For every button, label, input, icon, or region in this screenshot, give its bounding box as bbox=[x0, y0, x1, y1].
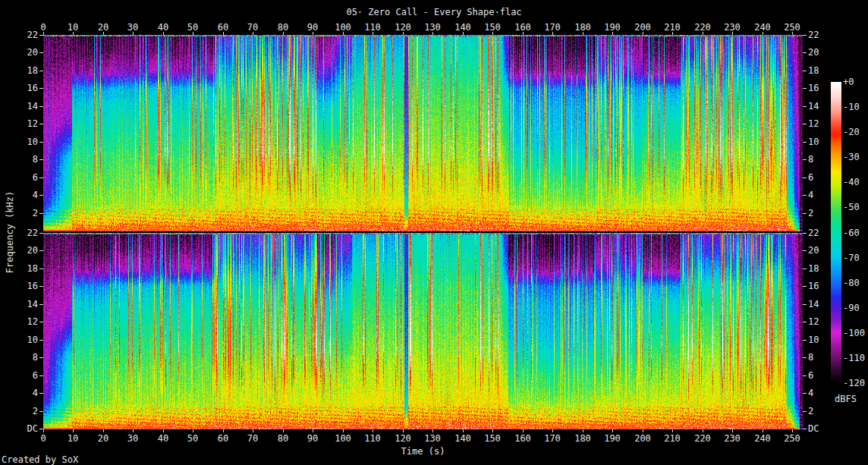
y-tick-mark bbox=[39, 411, 43, 412]
x-tick-mark bbox=[343, 32, 344, 35]
x-tick-label: 120 bbox=[388, 433, 418, 444]
x-tick-label: 40 bbox=[148, 433, 178, 444]
y-tick-label: 12 bbox=[0, 316, 38, 327]
x-tick-label: 130 bbox=[417, 433, 448, 444]
x-tick-label: 50 bbox=[178, 433, 208, 444]
y-tick-label: 22 bbox=[808, 228, 819, 238]
y-tick-label: 12 bbox=[808, 316, 819, 327]
x-tick-label: 30 bbox=[118, 22, 148, 33]
x-tick-label: 180 bbox=[568, 22, 598, 33]
y-tick-label: 18 bbox=[808, 263, 819, 274]
x-tick-mark bbox=[43, 429, 44, 432]
y-tick-mark bbox=[39, 88, 43, 89]
x-tick-mark bbox=[313, 429, 313, 432]
colorbar-tick-label: -100 bbox=[843, 328, 865, 338]
y-tick-mark bbox=[803, 233, 807, 234]
colorbar-tick-label: +0 bbox=[843, 77, 854, 87]
colorbar-tick-label: -50 bbox=[843, 202, 860, 212]
y-tick-label: 14 bbox=[808, 299, 819, 309]
x-tick-label: 160 bbox=[508, 433, 538, 444]
x-tick-mark bbox=[103, 429, 104, 432]
x-tick-mark bbox=[403, 32, 404, 35]
x-tick-mark bbox=[43, 32, 44, 35]
x-tick-label: 90 bbox=[297, 433, 328, 444]
x-tick-label: 190 bbox=[597, 433, 627, 444]
y-tick-label: DC bbox=[808, 423, 819, 434]
x-tick-mark bbox=[792, 429, 793, 432]
x-tick-mark bbox=[432, 32, 433, 35]
x-tick-mark bbox=[463, 32, 464, 35]
y-tick-mark bbox=[803, 124, 807, 124]
y-tick-label: 20 bbox=[0, 245, 38, 256]
y-tick-label: 4 bbox=[0, 190, 38, 200]
x-tick-label: 70 bbox=[237, 433, 268, 444]
y-tick-mark bbox=[39, 250, 43, 251]
x-tick-mark bbox=[672, 429, 673, 432]
y-tick-mark bbox=[803, 250, 807, 251]
y-tick-label: 16 bbox=[0, 281, 38, 291]
y-tick-label: 10 bbox=[0, 335, 38, 345]
x-tick-label: 10 bbox=[58, 22, 88, 33]
y-tick-mark bbox=[39, 357, 43, 358]
y-tick-mark bbox=[803, 340, 807, 341]
y-tick-label: 22 bbox=[0, 228, 38, 238]
x-tick-label: 230 bbox=[717, 433, 747, 444]
sox-spectrogram-window: 05· Zero Call - Every Shape·flac Frequen… bbox=[0, 0, 868, 465]
y-tick-label: 14 bbox=[0, 101, 38, 112]
colorbar-tick-label: -70 bbox=[843, 253, 860, 263]
x-tick-label: 100 bbox=[328, 22, 358, 33]
x-tick-mark bbox=[373, 32, 373, 35]
x-tick-mark bbox=[103, 32, 104, 35]
spectrogram-panel-left-channel bbox=[43, 35, 803, 231]
x-tick-mark bbox=[643, 32, 643, 35]
x-tick-mark bbox=[523, 32, 524, 35]
y-tick-mark bbox=[39, 375, 43, 376]
y-tick-mark bbox=[803, 142, 807, 143]
x-tick-mark bbox=[223, 32, 224, 35]
x-tick-mark bbox=[732, 429, 733, 432]
y-tick-mark bbox=[39, 233, 43, 234]
x-tick-label: 210 bbox=[657, 433, 687, 444]
x-tick-label: 30 bbox=[118, 433, 148, 444]
x-tick-mark bbox=[73, 429, 74, 432]
x-tick-mark bbox=[732, 32, 733, 35]
x-tick-mark bbox=[763, 429, 763, 432]
y-tick-mark bbox=[803, 195, 807, 196]
x-tick-mark bbox=[283, 429, 284, 432]
y-tick-mark bbox=[803, 159, 807, 160]
x-tick-label: 100 bbox=[328, 433, 358, 444]
x-tick-label: 110 bbox=[357, 22, 388, 33]
x-tick-label: 70 bbox=[237, 22, 268, 33]
y-tick-label: 2 bbox=[808, 208, 813, 218]
x-tick-mark bbox=[343, 429, 344, 432]
x-tick-mark bbox=[313, 32, 313, 35]
y-tick-mark bbox=[803, 393, 807, 394]
colorbar-tick-label: -30 bbox=[843, 152, 860, 162]
y-tick-mark bbox=[803, 71, 807, 71]
y-tick-mark bbox=[803, 322, 807, 322]
y-tick-mark bbox=[803, 178, 807, 178]
x-tick-label: 170 bbox=[537, 22, 568, 33]
colorbar-tick-label: -80 bbox=[843, 278, 860, 288]
y-tick-label: DC bbox=[0, 423, 38, 434]
y-tick-label: 14 bbox=[808, 101, 819, 112]
x-tick-mark bbox=[492, 429, 493, 432]
y-tick-label: 8 bbox=[0, 352, 38, 363]
y-tick-mark bbox=[39, 213, 43, 214]
y-tick-label: 6 bbox=[808, 370, 813, 381]
x-tick-mark bbox=[703, 429, 703, 432]
y-tick-label: 12 bbox=[0, 118, 38, 129]
x-tick-label: 80 bbox=[268, 433, 298, 444]
x-tick-mark bbox=[193, 32, 193, 35]
y-tick-mark bbox=[39, 429, 43, 429]
y-tick-mark bbox=[39, 269, 43, 269]
y-tick-label: 12 bbox=[808, 118, 819, 129]
x-tick-label: 20 bbox=[88, 433, 118, 444]
x-tick-mark bbox=[223, 429, 224, 432]
x-tick-label: 20 bbox=[88, 22, 118, 33]
y-tick-mark bbox=[39, 393, 43, 394]
y-tick-mark bbox=[39, 195, 43, 196]
y-tick-mark bbox=[39, 142, 43, 143]
x-axis-title: Time (s) bbox=[43, 446, 803, 457]
colorbar-tick-label: -40 bbox=[843, 177, 860, 187]
